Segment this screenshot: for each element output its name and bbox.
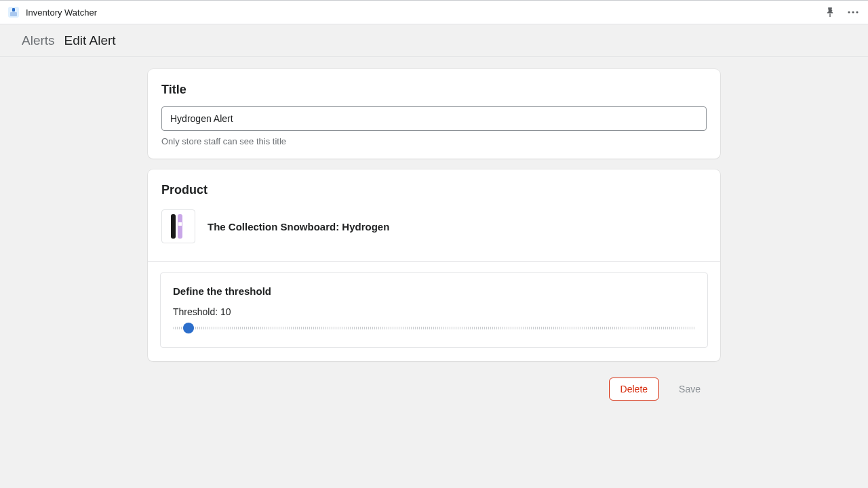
delete-button[interactable]: Delete [609, 378, 659, 401]
svg-rect-5 [171, 214, 176, 239]
threshold-slider[interactable] [173, 327, 695, 329]
svg-rect-0 [12, 8, 15, 12]
product-row: The Collection Snowboard: Hydrogen [161, 207, 707, 250]
product-heading: Product [161, 183, 707, 197]
breadcrumb-current: Edit Alert [64, 33, 116, 48]
more-icon[interactable] [846, 5, 860, 19]
threshold-heading: Define the threshold [173, 285, 695, 297]
title-card: Title Only store staff can see this titl… [148, 69, 720, 159]
product-name: The Collection Snowboard: Hydrogen [208, 221, 389, 232]
svg-rect-7 [178, 222, 182, 226]
topbar: Inventory Watcher [0, 0, 868, 24]
divider [148, 261, 720, 262]
svg-point-3 [852, 11, 854, 13]
content: Title Only store staff can see this titl… [0, 57, 868, 401]
svg-rect-6 [178, 214, 182, 239]
threshold-box: Define the threshold Threshold: 10 [160, 272, 708, 348]
app-icon [8, 7, 19, 18]
topbar-right [823, 5, 860, 19]
svg-point-4 [856, 11, 858, 13]
title-heading: Title [161, 83, 707, 97]
save-button[interactable]: Save [667, 378, 712, 401]
breadcrumb-root[interactable]: Alerts [22, 33, 55, 48]
svg-point-2 [848, 11, 850, 13]
product-card: Product The Collection Snowboard: Hydrog… [148, 169, 720, 361]
breadcrumb: Alerts Edit Alert [0, 24, 868, 57]
app-title: Inventory Watcher [26, 7, 97, 18]
product-thumbnail [161, 209, 195, 243]
title-input[interactable] [161, 106, 707, 131]
threshold-label: Threshold: 10 [173, 306, 695, 317]
actions-row: Delete Save [148, 372, 720, 401]
topbar-left: Inventory Watcher [8, 7, 97, 18]
pin-icon[interactable] [823, 5, 837, 19]
title-help-text: Only store staff can see this title [161, 136, 707, 146]
svg-rect-1 [10, 12, 17, 16]
